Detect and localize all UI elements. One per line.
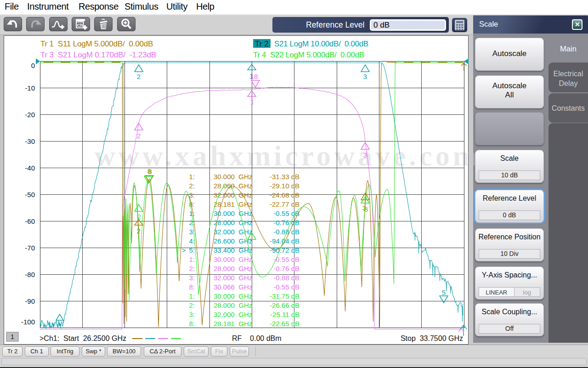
svg-text:RF 0.00 dBm: RF 0.00 dBm [232, 334, 282, 342]
svg-text:2: 2 [137, 132, 141, 140]
svg-text:-26.66 dB: -26.66 dB [270, 301, 300, 309]
svg-text:-24.68 dB: -24.68 dB [270, 191, 300, 199]
svg-text:Ch: Ch [77, 23, 83, 28]
svg-text:-90.72 dB: -90.72 dB [270, 246, 300, 254]
svg-text:3: 3 [364, 205, 368, 213]
svg-text:0: 0 [31, 62, 35, 69]
svg-text:-0.76 dB: -0.76 dB [273, 219, 300, 226]
svg-text:2:: 2: [189, 182, 195, 190]
svg-text:3:: 3: [189, 311, 195, 318]
svg-text:3: 3 [363, 151, 367, 159]
svg-text:-22.77 dB: -22.77 dB [270, 200, 300, 208]
svg-text:18: 18 [250, 73, 258, 80]
svg-text:32.000 GHz: 32.000 GHz [214, 311, 252, 318]
svg-text:2:: 2: [189, 301, 195, 309]
svg-text:-10: -10 [25, 84, 35, 92]
svg-text:28.000 GHz: 28.000 GHz [214, 219, 252, 226]
svg-text:>Ch1: Start 26.2500 GHz: >Ch1: Start 26.2500 GHz [40, 334, 126, 342]
svg-text:-25.11 dB: -25.11 dB [270, 311, 300, 318]
svg-text:-29.10 dB: -29.10 dB [270, 182, 300, 190]
svg-text:Stop 33.7500 GHz: Stop 33.7500 GHz [401, 334, 463, 342]
svg-text:33.400 GHz: 33.400 GHz [214, 246, 252, 254]
svg-text:5: 5 [442, 289, 446, 296]
svg-text:Tr 3 S21 LogM 0.170dB/ -1.23: Tr 3 S21 LogM 0.170dB/ -1.23dB [40, 51, 156, 59]
svg-text:3: 3 [363, 73, 367, 80]
svg-text:1:: 1: [189, 255, 195, 263]
svg-text:-100: -100 [21, 318, 35, 326]
svg-text:-31.33 dB: -31.33 dB [270, 173, 300, 181]
svg-text:2: 2 [137, 73, 141, 80]
svg-text:-22.65 dB: -22.65 dB [270, 320, 300, 328]
svg-text:30.000 GHz: 30.000 GHz [214, 173, 252, 181]
svg-text:-50: -50 [25, 191, 35, 198]
svg-text:2: 2 [137, 227, 141, 235]
svg-text:2: 2 [137, 213, 141, 221]
svg-text:1: 1 [250, 98, 254, 106]
svg-text:30.000 GHz: 30.000 GHz [214, 292, 252, 300]
svg-text:>: > [182, 246, 186, 254]
svg-text:32.000 GHz: 32.000 GHz [214, 228, 252, 236]
svg-text:5:: 5: [189, 246, 195, 254]
svg-text:-90: -90 [25, 297, 35, 305]
svg-text:8:: 8: [189, 320, 195, 328]
svg-text:4:: 4: [189, 237, 195, 245]
svg-text:30.066 GHz: 30.066 GHz [214, 283, 252, 291]
svg-text:-0.76 dB: -0.76 dB [273, 265, 300, 272]
svg-text:32.000 GHz: 32.000 GHz [214, 274, 252, 282]
svg-text:-60: -60 [25, 217, 35, 225]
svg-text:2:: 2: [189, 265, 195, 272]
svg-text:1:: 1: [189, 173, 195, 181]
svg-text:-0.88 dB: -0.88 dB [273, 228, 300, 236]
svg-text:Tr 1 S11 LogM 5.000dB/ 0.00d: Tr 1 S11 LogM 5.000dB/ 0.00dB [40, 40, 153, 48]
svg-text:-0.88 dB: -0.88 dB [273, 274, 300, 282]
svg-text:28.181 GHz: 28.181 GHz [214, 320, 252, 328]
svg-text:28.000 GHz: 28.000 GHz [214, 182, 252, 190]
svg-text:28.000 GHz: 28.000 GHz [214, 301, 252, 309]
svg-text:S21 LogM 10.00dB/ 0.00dB: S21 LogM 10.00dB/ 0.00dB [274, 40, 368, 48]
svg-text:Tr 4 S22 LogM 5.000dB/ 0.00d: Tr 4 S22 LogM 5.000dB/ 0.00dB [253, 51, 364, 59]
svg-text:1:: 1: [189, 292, 195, 300]
svg-text:Tr 2: Tr 2 [255, 40, 269, 48]
svg-text:1: 1 [11, 333, 14, 340]
svg-text:-40: -40 [25, 164, 35, 172]
svg-text:32.000 GHz: 32.000 GHz [214, 191, 252, 199]
svg-text:-20: -20 [25, 111, 35, 119]
svg-text:-31.75 dB: -31.75 dB [270, 292, 300, 300]
svg-text:-0.55 dB: -0.55 dB [273, 283, 300, 291]
svg-text:3:: 3: [189, 191, 195, 199]
svg-text:28.000 GHz: 28.000 GHz [214, 265, 252, 272]
svg-text:-70: -70 [25, 244, 35, 252]
svg-text:3:: 3: [189, 274, 195, 282]
svg-text:30.000 GHz: 30.000 GHz [214, 255, 252, 263]
svg-text:8: 8 [147, 167, 151, 175]
svg-text:-30: -30 [25, 137, 35, 145]
svg-text:-80: -80 [25, 271, 35, 278]
svg-text:8:: 8: [189, 283, 195, 291]
